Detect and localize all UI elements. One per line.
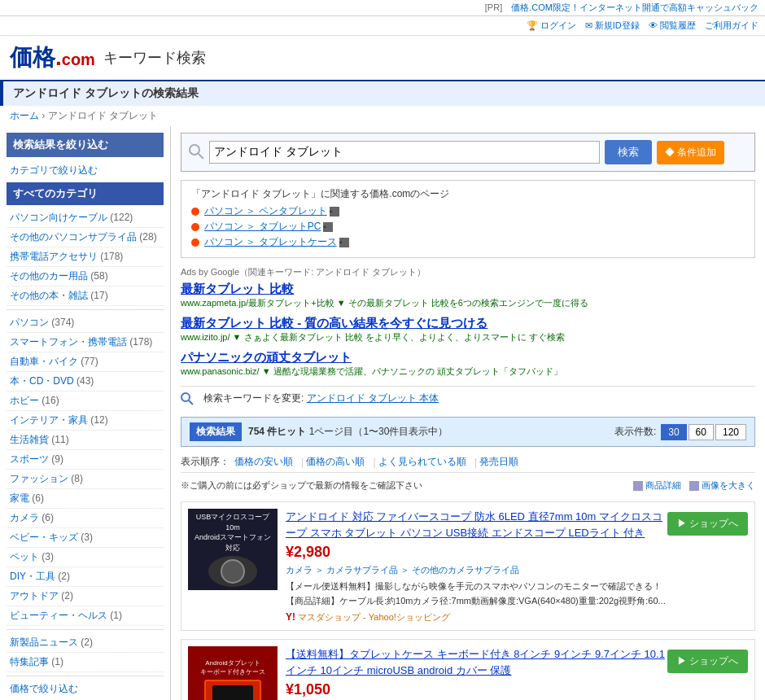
sidebar-all-categories[interactable]: すべてのカテゴリ [7,182,164,205]
sidebar-item-media[interactable]: 本・CD・DVD (43) [7,372,164,392]
sort-sep-3: | [474,457,477,468]
display-count-60[interactable]: 60 [688,424,714,440]
keyword-change-prefix: 検索キーワードを変更: [203,392,304,405]
product-image-1: USBマイクロスコープ10mAndroidスマートフォン対応 [188,509,278,590]
view-large-button[interactable]: 画像を大きく [689,479,755,492]
sort-options: 表示順序： 価格の安い順 | 価格の高い順 | よく見られている順 | 発売日順 [181,452,755,473]
sidebar-item-books[interactable]: その他の本・雑誌 (17) [7,287,164,306]
product-image-2: Androidタブレットキーボード付きケース [188,646,278,700]
history-link[interactable]: 👁 閲覧履歴 [649,20,696,30]
sidebar-items-list: パソコン向けケーブル (122) その他のパソコンサプライ品 (28) 携帯電話… [7,208,164,626]
related-link-tabletpc-anchor[interactable]: パソコン ＞ タブレットPC [204,220,321,234]
page-icon-3: ▪ [339,238,349,247]
display-count-label: 表示件数: [614,425,656,439]
page-icon-2: ▪ [323,222,333,232]
ad-item-3: パナソニックの頑丈タブレット www.panasonic.biz/ ▼ 過酷な現… [181,350,755,378]
guide-link[interactable]: ご利用ガイド [705,20,758,30]
svg-line-3 [189,400,193,405]
product-title-1[interactable]: アンドロイド 対応 ファイバースコープ 防水 6LED 直径7mm 10m マイ… [286,509,667,540]
sidebar-item-camera[interactable]: カメラ (6) [7,509,164,528]
ad-title-1[interactable]: 最新タブレット 比較 [181,282,755,297]
sidebar-item-pet[interactable]: ペット (3) [7,548,164,567]
sidebar-item-baby[interactable]: ベビー・キッズ (3) [7,528,164,548]
sidebar-item-smartphone[interactable]: スマートフォン・携帯電話 (178) [7,333,164,352]
login-link[interactable]: 🏆 ログイン [527,20,576,30]
results-count: 754 件ヒット 1ページ目（1〜30件目表示中） [248,425,448,439]
sidebar-item-pc-supply[interactable]: その他のパソコンサプライ品 (28) [7,228,164,247]
sort-popular[interactable]: よく見られている順 [378,455,466,469]
sidebar-item-car[interactable]: その他のカー用品 (58) [7,267,164,287]
related-dot-icon [191,208,199,216]
notice-text: ※ご購入の前には必ずショップで最新の情報をご確認下さい [181,479,422,492]
search-small-icon [181,392,194,405]
product-shop-name-1: マスダショップ - Yahoo!ショッピング [298,612,450,622]
sidebar-item-interior[interactable]: インテリア・家具 (12) [7,411,164,431]
shop-button-1[interactable]: ▶ ショップへ [667,512,748,536]
sidebar-category-filter[interactable]: カテゴリで絞り込む [7,160,164,182]
product-item-1: USBマイクロスコープ10mAndroidスマートフォン対応 アンドロイド 対応… [181,501,755,631]
product-title-2[interactable]: 【送料無料】タブレットケース キーボード付き 8インチ 9インチ 9.7インチ … [286,646,667,678]
yahoo-icon: Y! [286,611,295,623]
sidebar-item-article[interactable]: 特集記事 (1) [7,653,164,672]
sidebar-item-diy[interactable]: DIY・工具 (2) [7,567,164,587]
breadcrumb: ホーム › アンドロイド タブレット [0,106,765,126]
related-link-tabletcase[interactable]: パソコン ＞ タブレットケース ▪ [191,235,745,249]
keyword-change-link[interactable]: アンドロイド タブレット 本体 [307,392,439,405]
display-count-30[interactable]: 30 [661,424,686,440]
shop-btn-wrap-2: ▶ ショップへ [667,646,748,700]
search-button[interactable]: 検索 [605,140,652,164]
related-link-pentablet[interactable]: パソコン ＞ ペンタブレット ▪ [191,204,745,218]
sort-price-asc[interactable]: 価格の安い順 [234,455,293,469]
ad-item-2: 最新タブレット 比較 - 質の高い結果を今すぐに見つける www.izito.j… [181,316,755,343]
shop-btn-wrap-1: ▶ ショップへ [667,509,748,623]
sidebar: 検索結果を絞り込む カテゴリで絞り込む すべてのカテゴリ パソコン向けケーブル … [0,126,171,700]
related-link-pentablet-anchor[interactable]: パソコン ＞ ペンタブレット [204,204,327,218]
grid-detail-icon [633,481,643,491]
sidebar-item-sports[interactable]: スポーツ (9) [7,450,164,470]
related-link-tabletpc[interactable]: パソコン ＞ タブレットPC ▪ [191,220,745,234]
sort-sep-1: | [301,457,304,468]
logo-price: 価格 [10,45,55,70]
purchase-notice: ※ご購入の前には必ずショップで最新の情報をご確認下さい 商品詳細 画像を大きく [181,476,755,495]
sort-date[interactable]: 発売日順 [479,455,518,469]
ad-title-2[interactable]: 最新タブレット 比較 - 質の高い結果を今すぐに見つける [181,316,755,331]
main-content: 検索 ◆ 条件追加 「アンドロイド タブレット」に関連する価格.comのページ … [171,126,765,700]
sidebar-item-living[interactable]: 生活雑貨 (11) [7,431,164,450]
display-count: 表示件数: 30 60 120 [614,424,746,440]
display-count-120[interactable]: 120 [715,424,746,440]
condition-add-button[interactable]: ◆ 条件追加 [657,141,724,164]
search-input[interactable] [209,141,600,164]
product-category-link-1[interactable]: カメラ ＞ カメラサプライ品 ＞ その他のカメラサプライ品 [286,565,519,575]
sidebar-filter-title: 検索結果を絞り込む [7,133,164,157]
product-item-2: Androidタブレットキーボード付きケース 【送料無料】タブレットケース キー… [181,639,755,700]
logo[interactable]: 価格.com [10,42,95,73]
register-link[interactable]: ✉ 新規ID登録 [585,20,640,30]
pr-link[interactable]: 価格.COM限定！インターネット開通で高額キャッシュバック [511,2,758,12]
sidebar-item-news[interactable]: 新製品ニュース (2) [7,633,164,653]
product-category-1: カメラ ＞ カメラサプライ品 ＞ その他のカメラサプライ品 [286,564,667,576]
related-link-tabletcase-anchor[interactable]: パソコン ＞ タブレットケース [204,235,337,249]
sidebar-item-pc[interactable]: パソコン (374) [7,313,164,333]
results-label: 検索結果 [190,422,242,441]
breadcrumb-home[interactable]: ホーム [10,110,39,121]
sidebar-item-fashion[interactable]: ファッション (8) [7,470,164,489]
sidebar-item-mobile-acc[interactable]: 携帯電話アクセサリ (178) [7,247,164,267]
sort-label: 表示順序： [181,455,230,469]
shop-button-2[interactable]: ▶ ショップへ [667,650,748,673]
view-detail-button[interactable]: 商品詳細 [633,479,681,492]
svg-line-1 [199,154,203,159]
sidebar-item-auto[interactable]: 自動車・バイク (77) [7,352,164,372]
pr-label: [PR] [485,2,502,12]
search-icon [188,143,204,162]
sidebar-item-appliance[interactable]: 家電 (6) [7,489,164,509]
sidebar-item-outdoor[interactable]: アウトドア (2) [7,587,164,606]
sidebar-item-beauty[interactable]: ビューティー・ヘルス (1) [7,606,164,626]
header-title: キーワード検索 [103,48,206,68]
product-price-1: ¥2,980 [286,544,667,561]
sidebar-price-filter[interactable]: 価格で絞り込む [7,680,164,698]
sidebar-item-cable[interactable]: パソコン向けケーブル (122) [7,208,164,228]
main-layout: 検索結果を絞り込む カテゴリで絞り込む すべてのカテゴリ パソコン向けケーブル … [0,126,765,700]
sidebar-item-hobby[interactable]: ホビー (16) [7,392,164,411]
ad-title-3[interactable]: パナソニックの頑丈タブレット [181,350,755,365]
sort-price-desc[interactable]: 価格の高い順 [306,455,365,469]
